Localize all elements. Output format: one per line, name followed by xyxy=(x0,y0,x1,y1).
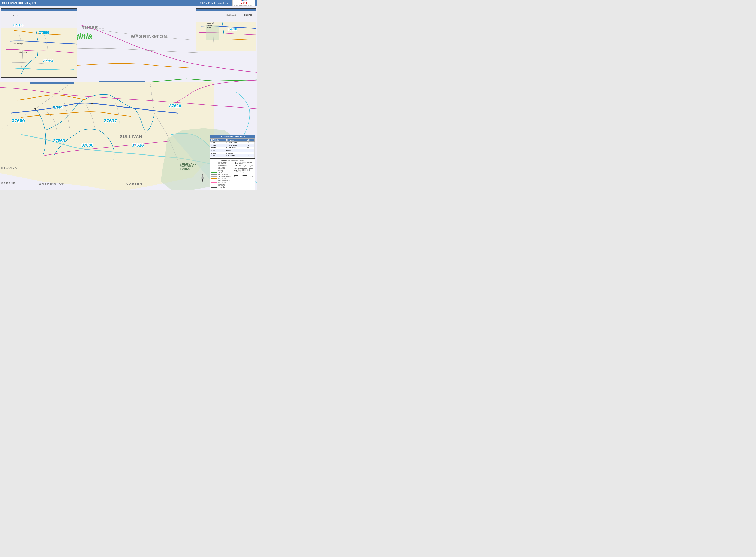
table-row: 37620BRISTOLI1 xyxy=(210,149,255,152)
table-row: 37660KINGSPORTB2 xyxy=(210,154,255,157)
inset-left: Kingsport 37665 37660 37664 SCOTT SULLIV… xyxy=(1,8,77,78)
table-cell-loc: I1 xyxy=(246,149,255,152)
svg-line-11 xyxy=(167,135,178,160)
table-cell-name: KINGSPORT xyxy=(225,154,246,157)
table-cell-zip: 37617 xyxy=(210,144,225,147)
table-cell-loc: D4 xyxy=(246,144,255,147)
logo-market-text: 🎯 arket xyxy=(241,0,246,2)
legend-row-state-prov: International States and Provinces xyxy=(211,165,231,170)
zip-37663-main: 37663 xyxy=(53,138,65,143)
carter-label: CARTER xyxy=(126,182,142,185)
zip-37686-main: 37686 xyxy=(81,143,93,148)
hawkins-label: HAWKINS xyxy=(1,167,17,170)
svg-point-17 xyxy=(91,103,93,104)
line-state-hwy xyxy=(211,182,217,182)
svg-line-4 xyxy=(150,79,186,82)
scale-bar-svg: 0 5 10 mi xyxy=(234,174,253,177)
legend-row-primary: Primary Roads xyxy=(211,174,231,175)
legend-city-25k: •City Cities 25,000 - 49,999 xyxy=(234,167,254,169)
legend-row-intl-boundary: International Boundaries xyxy=(211,162,231,165)
inset-right: STEELECREEKPARK BRISTOL 37620 SULLIVAN xyxy=(196,8,256,51)
legend-row-county-hwy: County Highways xyxy=(211,179,231,181)
line-county-hwy xyxy=(211,180,217,181)
legend-row-us-hwy: US Highways xyxy=(211,178,231,179)
market-maps-logo: 🎯 arket MAPS Smarter Insights, Better De… xyxy=(232,0,255,7)
svg-text:N: N xyxy=(202,174,203,175)
legend-header: ZIP Code Index/Grid Locator xyxy=(210,135,255,138)
table-cell-zip: 37617 xyxy=(210,142,225,144)
line-interstate xyxy=(211,185,217,185)
svg-rect-19 xyxy=(1,11,77,28)
table-cell-zip: 37620 xyxy=(210,152,225,154)
inset-sullivan-label: SULLIVAN xyxy=(13,42,23,45)
legend-row-state-hwy: US Highways xyxy=(211,181,231,183)
svg-line-6 xyxy=(214,80,257,81)
line-primary xyxy=(211,174,217,175)
line-state xyxy=(211,172,217,173)
scale-bar: 0 5 10 mi xyxy=(234,174,254,177)
svg-text:Kingsport: Kingsport xyxy=(19,51,27,53)
col-name: ZIP Name xyxy=(225,139,246,142)
legend-row-secondary: Secondary Streets xyxy=(211,176,231,177)
table-cell-name: BLUFF CITY xyxy=(225,147,246,149)
svg-text:10 mi: 10 mi xyxy=(250,176,253,177)
greene-label: GREENE xyxy=(1,182,16,185)
inset-zip-37620: 37620 xyxy=(228,27,237,31)
legend-row-interstate: Interstate Highways xyxy=(211,183,231,186)
svg-rect-2 xyxy=(30,82,74,140)
table-row: 37617BLOUNTVILLEC2 xyxy=(210,142,255,144)
inset-left-header xyxy=(1,8,77,11)
inset-zip-37665: 37665 xyxy=(13,23,23,27)
cherokee-label: CHEROKEENATIONALFOREST xyxy=(180,163,197,170)
table-cell-loc: F5 xyxy=(246,147,255,149)
table-cell-zip: 37618 xyxy=(210,147,225,149)
svg-point-40 xyxy=(202,177,203,179)
svg-text:5: 5 xyxy=(242,176,243,177)
table-cell-loc: C2 xyxy=(246,142,255,144)
county-title: SULLIVAN COUNTY, TN xyxy=(2,1,36,5)
legend-lines-col: International Boundaries International S… xyxy=(211,162,231,189)
col-zip: ZIP Code xyxy=(210,139,225,142)
legend-city-5k: •City Cities 5,000 - 24,999 xyxy=(234,169,254,171)
svg-line-5 xyxy=(186,79,214,81)
svg-marker-1 xyxy=(0,82,214,190)
legend-key: 2021 Sullivan County, TN Basic Internati… xyxy=(210,158,255,190)
zip-37617-main: 37617 xyxy=(104,118,117,124)
line-secondary xyxy=(211,176,217,177)
inset-left-svg: Kingsport xyxy=(1,11,77,78)
svg-rect-23 xyxy=(197,11,256,22)
zip-37618-main: 37618 xyxy=(132,143,144,148)
table-cell-name: BRISTOL xyxy=(225,152,246,154)
line-us-hwy xyxy=(211,178,217,179)
svg-rect-27 xyxy=(238,175,242,176)
table-row: 37618BLUFF CITYF5 xyxy=(210,147,255,149)
table-row: 37620BRISTOLH4 xyxy=(210,152,255,154)
sullivan-main-label: SULLIVAN xyxy=(120,135,142,139)
logo-tagline: Smarter Insights, Better Decisions xyxy=(234,4,254,6)
svg-point-16 xyxy=(34,108,36,110)
legend-row-county: County xyxy=(211,170,231,171)
line-toll xyxy=(211,187,217,188)
svg-rect-26 xyxy=(234,175,238,176)
washington-va-label: WASHINGTON xyxy=(131,34,167,39)
legend-row-toll: Toll Roads xyxy=(211,187,231,188)
inset-steele-creek: STEELECREEKPARK xyxy=(207,23,213,29)
compass-rose: N xyxy=(197,173,208,183)
washington-tn-label: WASHINGTON xyxy=(38,182,65,185)
table-cell-loc: H4 xyxy=(246,152,255,154)
russell-label: RUSSELL xyxy=(81,25,104,30)
inset-sullivan-right: SULLIVAN xyxy=(227,14,236,16)
legend-key-header: 2021 Sullivan County, TN Basic xyxy=(211,159,254,161)
legend-cities-col: •City Cities 100,000 and Above •City Cit… xyxy=(233,162,254,189)
col-loc: LOC xyxy=(246,139,255,142)
svg-rect-28 xyxy=(242,175,247,176)
table-cell-name: BRISTOL xyxy=(225,149,246,152)
table-cell-zip: 37660 xyxy=(210,154,225,157)
svg-line-9 xyxy=(150,82,154,113)
zip-37664-main: 37664 xyxy=(53,106,63,110)
logo-maps-text: MAPS xyxy=(240,2,247,4)
page-header: SULLIVAN COUNTY, TN 2021 ZIP Code Basic … xyxy=(0,0,257,6)
table-cell-name: BLOUNTVILLE xyxy=(225,144,246,147)
edition-subtitle: 2021 ZIP Code Basic Edition xyxy=(200,2,230,4)
svg-text:0: 0 xyxy=(234,176,235,177)
